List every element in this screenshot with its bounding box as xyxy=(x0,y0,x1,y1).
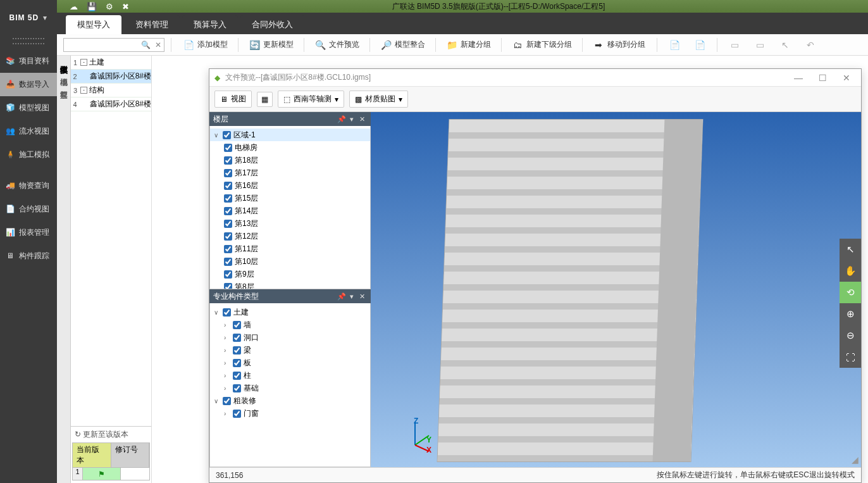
floor-item[interactable]: 第15层 xyxy=(210,192,370,204)
toolbar-extra-4[interactable]: ▭ xyxy=(749,37,771,53)
projection-button[interactable]: ⬚西南等轴测 ▾ xyxy=(278,91,344,108)
close-icon[interactable]: ✕ xyxy=(837,73,856,83)
close-doc-icon[interactable]: ✖ xyxy=(122,2,129,11)
floor-check[interactable] xyxy=(224,156,232,165)
pan-tool-icon[interactable]: ✋ xyxy=(840,260,861,282)
comp-check[interactable] xyxy=(233,334,241,342)
comp-check[interactable] xyxy=(233,359,241,367)
floors-panel-header[interactable]: 楼层 📌 ▾ ✕ xyxy=(209,112,371,126)
comp-check[interactable] xyxy=(223,397,231,405)
sidebar-item-4[interactable]: 🧍施工模拟 xyxy=(0,143,57,166)
comp-check[interactable] xyxy=(233,372,241,380)
tab-0[interactable]: 模型导入 xyxy=(66,15,121,34)
expand-icon[interactable]: › xyxy=(224,347,230,354)
floor-item[interactable]: 第12层 xyxy=(210,230,370,242)
expand-icon[interactable]: › xyxy=(224,385,230,392)
collapse-icon[interactable]: - xyxy=(80,87,87,94)
collapse-icon[interactable]: - xyxy=(80,59,87,66)
tab-1[interactable]: 资料管理 xyxy=(124,15,180,34)
floor-item[interactable]: 电梯房 xyxy=(210,141,370,154)
floor-item[interactable]: 第17层 xyxy=(210,166,370,179)
search-clear-icon[interactable]: ✕ xyxy=(152,41,164,49)
comp-root[interactable]: ∨土建 xyxy=(210,306,370,318)
tree-row[interactable]: 3-结构 xyxy=(71,84,151,97)
comp-item[interactable]: ›板 xyxy=(210,356,370,369)
update-to-version-button[interactable]: ↻ 更新至该版本 xyxy=(72,429,131,440)
floor-check[interactable] xyxy=(224,169,232,177)
maximize-icon[interactable]: ☐ xyxy=(813,73,832,83)
close-panel-icon[interactable]: ✕ xyxy=(357,292,367,301)
sidebar-item-8[interactable]: 🖥构件跟踪 xyxy=(0,244,57,268)
floor-item[interactable]: 第11层 xyxy=(210,242,370,255)
floor-check[interactable] xyxy=(224,220,232,228)
floor-check[interactable] xyxy=(224,232,232,241)
zoom-in-icon[interactable]: ⊕ xyxy=(840,303,861,325)
orbit-tool-icon[interactable]: ⟲ xyxy=(840,282,861,303)
pin-icon[interactable]: 📌 xyxy=(337,115,347,123)
expand-icon[interactable]: › xyxy=(224,360,230,367)
comp-check[interactable] xyxy=(233,321,241,329)
floor-check[interactable] xyxy=(224,270,232,279)
toolbar-btn-2[interactable]: 🔍文件预览 xyxy=(309,37,364,53)
grid-toggle-button[interactable]: ▦ xyxy=(257,92,273,107)
close-panel-icon[interactable]: ✕ xyxy=(357,115,367,123)
dropdown-icon[interactable]: ▾ xyxy=(347,292,357,301)
resize-grip-icon[interactable]: ◢ xyxy=(852,455,859,465)
save-icon[interactable]: 💾 xyxy=(87,2,97,11)
toolbar-extra-2[interactable]: 📄 xyxy=(689,37,710,53)
comp-item[interactable]: ›墙 xyxy=(210,318,370,331)
comp-root[interactable]: ∨粗装修 xyxy=(210,394,370,407)
pointer-tool-icon[interactable]: ↖ xyxy=(840,239,861,260)
sidebar-item-0[interactable]: 📚项目资料 xyxy=(0,49,57,73)
toolbar-extra-5[interactable]: ↖ xyxy=(774,37,796,53)
floor-check[interactable] xyxy=(224,207,232,215)
floor-check[interactable] xyxy=(224,194,232,203)
sidebar-item-5[interactable]: 🚚物资查询 xyxy=(0,174,57,198)
expand-icon[interactable]: ∨ xyxy=(214,132,220,139)
floor-item[interactable]: 第10层 xyxy=(210,255,370,268)
comp-item[interactable]: ›门窗 xyxy=(210,407,370,420)
tree-row[interactable]: 1-土建 xyxy=(71,56,151,70)
floor-item[interactable]: 第14层 xyxy=(210,204,370,217)
tree-row[interactable]: 4鑫诚国际小区8#楼 xyxy=(71,97,151,111)
search-button-icon[interactable]: 🔍 xyxy=(140,41,152,49)
sidebar-item-6[interactable]: 📄合约视图 xyxy=(0,198,57,221)
toolbar-btn-3[interactable]: 🔎模型整合 xyxy=(375,37,430,53)
comp-item[interactable]: ›梁 xyxy=(210,344,370,356)
toolbar-btn-1[interactable]: 🔄更新模型 xyxy=(244,37,299,53)
zoom-fit-icon[interactable]: ⛶ xyxy=(840,346,861,368)
search-input[interactable] xyxy=(64,41,140,49)
comp-item[interactable]: ›基础 xyxy=(210,382,370,394)
view-button[interactable]: 🖥视图 xyxy=(214,91,252,108)
tab-2[interactable]: 预算导入 xyxy=(182,15,238,34)
toolbar-btn-6[interactable]: ➡移动到分组 xyxy=(588,37,650,53)
floor-check[interactable] xyxy=(223,131,231,139)
comp-check[interactable] xyxy=(233,346,241,354)
logo-dropdown-icon[interactable]: ▾ xyxy=(40,13,47,22)
pin-icon[interactable]: 📌 xyxy=(337,292,347,301)
expand-icon[interactable]: › xyxy=(224,372,230,379)
floor-check[interactable] xyxy=(224,283,232,290)
sidebar-item-7[interactable]: 📊报表管理 xyxy=(0,221,57,244)
floor-check[interactable] xyxy=(224,144,232,152)
comp-check[interactable] xyxy=(233,384,241,392)
sidebar-grip[interactable] xyxy=(13,38,44,44)
minimize-icon[interactable]: — xyxy=(789,73,808,83)
sidebar-item-2[interactable]: 🧊模型视图 xyxy=(0,96,57,120)
comp-check[interactable] xyxy=(233,410,241,418)
toolbar-extra-3[interactable]: ▭ xyxy=(724,37,745,53)
floor-item[interactable]: 第16层 xyxy=(210,179,370,192)
expand-icon[interactable]: › xyxy=(224,334,230,341)
floor-item[interactable]: 第8层 xyxy=(210,280,370,289)
preview-titlebar[interactable]: ◆ 文件预览--[鑫诚国际小区8#楼.GCL10.igms] — ☐ ✕ xyxy=(209,69,861,87)
expand-icon[interactable]: › xyxy=(224,322,230,329)
tree-row[interactable]: 2鑫诚国际小区8#楼 xyxy=(71,70,151,84)
expand-icon[interactable]: ∨ xyxy=(214,398,220,405)
expand-icon[interactable]: ∨ xyxy=(214,309,220,316)
cloud-icon[interactable]: ☁ xyxy=(70,2,78,11)
version-rev-cell[interactable] xyxy=(121,468,149,480)
comp-item[interactable]: ›洞口 xyxy=(210,331,370,344)
toolbar-extra-1[interactable]: 📄 xyxy=(664,37,685,53)
sidebar-item-1[interactable]: 📥数据导入 xyxy=(0,73,57,96)
toolbar-btn-4[interactable]: 📁新建分组 xyxy=(441,37,496,53)
